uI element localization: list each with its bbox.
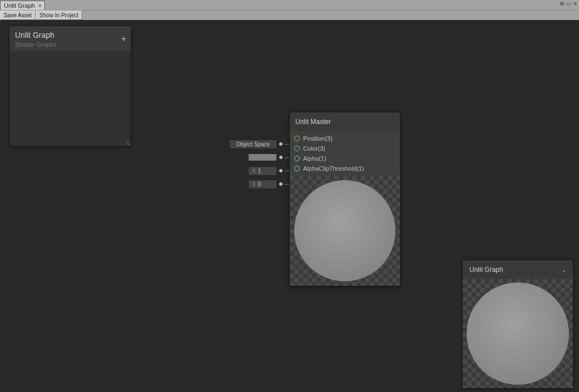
- port-ring-icon[interactable]: [294, 156, 300, 161]
- color-swatch-input[interactable]: [248, 153, 277, 161]
- field-prefix: X: [252, 168, 256, 174]
- main-preview-title: Unlit Graph: [469, 266, 503, 274]
- field-value: 0: [258, 181, 261, 187]
- toolbar: Save Asset Show In Project: [0, 10, 579, 20]
- resize-handle[interactable]: [125, 141, 130, 145]
- chevron-down-icon[interactable]: ⌄: [562, 267, 566, 273]
- blackboard-header[interactable]: Unlit Graph Shader Graphs +: [9, 26, 131, 51]
- port-alpha-clip[interactable]: AlphaClipThreshold(1): [290, 163, 400, 173]
- main-preview-body[interactable]: [463, 279, 573, 388]
- port-ring-icon[interactable]: [294, 136, 300, 141]
- max-icon[interactable]: ▭: [566, 1, 571, 7]
- close-icon[interactable]: ×: [38, 3, 42, 9]
- port-color[interactable]: Color(3): [290, 143, 400, 153]
- node-preview[interactable]: [290, 176, 400, 286]
- port-ring-icon[interactable]: [294, 146, 300, 151]
- port-connector: [279, 156, 283, 159]
- port-connector: [279, 169, 283, 172]
- preview-sphere: [294, 180, 395, 281]
- alpha-input[interactable]: X 1: [248, 166, 277, 176]
- field-value: 1: [258, 168, 261, 174]
- tab-unlit-graph[interactable]: Unlit Graph ×: [0, 1, 45, 10]
- node-ports: Position(3) Color(3) Alpha(1) AlphaClipT…: [290, 131, 400, 176]
- port-position[interactable]: Position(3): [290, 133, 400, 143]
- port-label: Position(3): [303, 135, 333, 142]
- main-preview-header[interactable]: Unlit Graph ⌄: [463, 260, 573, 279]
- port-alpha[interactable]: Alpha(1): [290, 153, 400, 163]
- port-connector: [279, 182, 283, 186]
- plus-icon[interactable]: +: [121, 34, 126, 44]
- tab-title: Unlit Graph: [4, 2, 35, 9]
- unlit-master-node[interactable]: Unlit Master Position(3) Color(3) Alpha(…: [289, 112, 400, 286]
- main-preview-panel[interactable]: Unlit Graph ⌄: [462, 260, 573, 389]
- port-label: AlphaClipThreshold(1): [303, 165, 364, 172]
- node-title[interactable]: Unlit Master: [290, 112, 400, 131]
- position-space-dropdown[interactable]: Object Space: [229, 140, 277, 149]
- node-inline-inputs: Object Space X 1 X 0: [228, 137, 289, 191]
- dock-icon[interactable]: ⧉: [560, 1, 564, 7]
- show-in-project-button[interactable]: Show In Project: [36, 11, 82, 20]
- blackboard-subtitle: Shader Graphs: [15, 41, 125, 48]
- port-label: Alpha(1): [303, 155, 326, 162]
- field-prefix: X: [252, 181, 256, 187]
- port-ring-icon[interactable]: [294, 166, 300, 171]
- graph-canvas[interactable]: Unlit Graph Shader Graphs + Object Space…: [0, 20, 579, 392]
- alpha-clip-input[interactable]: X 0: [248, 180, 277, 189]
- port-label: Color(3): [303, 145, 325, 152]
- blackboard-body[interactable]: [9, 51, 131, 146]
- window-titlebar: Unlit Graph × ⧉ ▭ ≡: [0, 0, 579, 10]
- window-controls: ⧉ ▭ ≡: [560, 1, 577, 7]
- preview-sphere: [467, 282, 569, 385]
- resize-handle[interactable]: [567, 383, 572, 387]
- port-connector: [279, 142, 283, 146]
- save-asset-button[interactable]: Save Asset: [0, 11, 36, 20]
- blackboard-title: Unlit Graph: [15, 31, 125, 39]
- blackboard-panel[interactable]: Unlit Graph Shader Graphs +: [9, 26, 131, 147]
- menu-icon[interactable]: ≡: [573, 1, 577, 7]
